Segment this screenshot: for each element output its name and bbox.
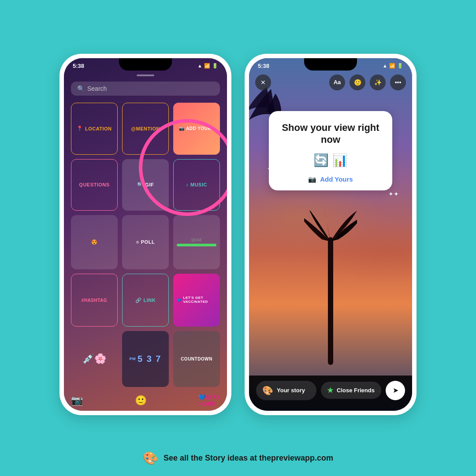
location-icon: 📍 xyxy=(77,126,83,131)
sticker-emoji[interactable]: 😍 xyxy=(71,215,118,269)
search-label: Search xyxy=(87,85,107,92)
footer: 🎨 See all the Story ideas at thepreviewa… xyxy=(143,442,333,476)
status-bar-2: 5:38 ▲ 📶 🔋 xyxy=(249,58,412,71)
wifi-icon-2: ▲ xyxy=(383,63,387,68)
close-friends-button[interactable]: ★ Close Friends xyxy=(321,382,381,399)
card-icon-1: 🔄 xyxy=(313,153,329,167)
battery-icon-2: 🔋 xyxy=(397,63,403,69)
gif-search-icon: 🔍 xyxy=(137,182,144,188)
sticker-music[interactable]: ♪ MUSIC xyxy=(173,159,220,211)
story-tools: Aa 🙂 ✨ ••• xyxy=(329,74,406,90)
your-story-label: Your story xyxy=(277,387,305,394)
heart-icon: 💙 xyxy=(177,298,182,302)
add-yours-camera-icon: 📷 xyxy=(308,175,316,183)
status-icons-2: ▲ 📶 🔋 xyxy=(383,63,403,69)
camera-bottom-icon: 📷 xyxy=(71,395,83,406)
music-label: MUSIC xyxy=(190,182,207,187)
sticker-add-yours[interactable]: 📷 ADD YOURS xyxy=(173,103,220,155)
sticker-countdown-timer[interactable]: PM 5 3 7 xyxy=(122,331,169,387)
sticker-hashtag[interactable]: #HASHTAG xyxy=(71,274,118,327)
sticker-tool-button[interactable]: 🙂 xyxy=(350,74,365,90)
countdown-nums: 5 3 7 xyxy=(138,354,161,364)
battery-icon: 🔋 xyxy=(212,63,218,69)
sticker-vaccine-deco[interactable]: 💉🌸 xyxy=(71,331,118,387)
more-options-button[interactable]: ••• xyxy=(390,74,406,90)
story-topbar: ✕ Aa 🙂 ✨ ••• xyxy=(249,71,412,94)
your-story-icon: 🎨 xyxy=(262,385,273,396)
add-yours-card-button[interactable]: 📷 Add Yours xyxy=(278,175,383,183)
status-icons-1: ▲ 📶 🔋 xyxy=(197,63,218,69)
sparkle-right: ✦✦ xyxy=(388,190,399,197)
phone-2: 5:38 ▲ 📶 🔋 ✕ Aa 🙂 ✨ xyxy=(245,54,416,415)
palm-tree-svg xyxy=(304,211,357,365)
sticker-mention[interactable]: @MENTION xyxy=(122,103,169,155)
effects-tool-button[interactable]: ✨ xyxy=(370,74,386,90)
sticker-link[interactable]: 🔗 LINK xyxy=(122,274,169,327)
story-bottom-bar: 🎨 Your story ★ Close Friends ➤ xyxy=(249,376,412,411)
card-icons: 🔄 📊 xyxy=(278,153,383,167)
card-title: Show your view right now xyxy=(278,122,383,146)
text-tool-button[interactable]: Aa xyxy=(329,74,345,90)
phone2-content: 5:38 ▲ 📶 🔋 ✕ Aa 🙂 ✨ xyxy=(249,58,412,411)
camera-icon: 📷 xyxy=(179,126,185,131)
time-1: 5:38 xyxy=(73,63,84,69)
mention-label: @MENTION xyxy=(131,126,160,131)
pm-label: PM xyxy=(130,357,136,361)
music-icon: ♪ xyxy=(186,182,189,187)
footer-logo: 🎨 xyxy=(143,451,158,465)
your-story-button[interactable]: 🎨 Your story xyxy=(256,381,316,400)
quiz-inner: QUIZ xyxy=(177,238,216,246)
close-friends-icon: ★ xyxy=(327,386,333,394)
sticker-bottom-icon: 🙂 xyxy=(135,395,147,406)
close-friends-label: Close Friends xyxy=(337,387,375,394)
link-icon: 🔗 xyxy=(135,298,142,303)
sticker-location[interactable]: 📍 LOCATION xyxy=(71,103,118,155)
phones-row: 5:38 ▲ 📶 🔋 🔍 Search xyxy=(60,26,416,442)
send-button[interactable]: ➤ xyxy=(386,381,405,400)
phone1-screen: 5:38 ▲ 📶 🔋 🔍 Search xyxy=(64,58,227,411)
stay-home-sticker: 💙STAYHOME xyxy=(198,394,220,407)
questions-label: QUESTIONS xyxy=(79,182,109,187)
hashtag-label: #HASHTAG xyxy=(82,298,107,303)
add-yours-label: ADD YOURS xyxy=(186,126,214,131)
vaccine-emoji: 💉🌸 xyxy=(82,354,107,364)
emoji-icon: 😍 xyxy=(91,239,98,245)
signal-icon: 📶 xyxy=(204,63,210,69)
phone2-screen: 5:38 ▲ 📶 🔋 ✕ Aa 🙂 ✨ xyxy=(249,58,412,411)
time-2: 5:38 xyxy=(258,63,269,69)
sticker-questions[interactable]: QUESTIONS xyxy=(71,159,118,211)
svg-rect-0 xyxy=(328,237,333,365)
close-button[interactable]: ✕ xyxy=(255,74,271,90)
sticker-vaccinated[interactable]: 💙 LET'S GET VACCINATED xyxy=(173,274,220,327)
poll-label: POLL xyxy=(141,239,155,245)
main-content: 5:38 ▲ 📶 🔋 🔍 Search xyxy=(0,0,476,476)
gif-label: GIF xyxy=(145,182,154,187)
drag-handle xyxy=(137,74,154,76)
notch-1 xyxy=(119,58,172,71)
search-bar[interactable]: 🔍 Search xyxy=(71,82,220,96)
palm-container xyxy=(304,211,357,367)
sticker-gif[interactable]: 🔍 GIF xyxy=(122,159,169,211)
vaccinated-label: LET'S GET VACCINATED xyxy=(183,296,217,304)
countdown-label: COUNTDOWN xyxy=(181,357,212,361)
sticker-countdown[interactable]: COUNTDOWN xyxy=(173,331,220,387)
poll-icon: ≡ xyxy=(136,239,139,245)
signal-icon-2: 📶 xyxy=(389,63,395,69)
add-yours-card: Show your view right now 🔄 📊 📷 Add Yours xyxy=(269,111,392,190)
footer-text: See all the Story ideas at thepreviewapp… xyxy=(164,454,333,463)
quiz-label: QUIZ xyxy=(191,238,202,242)
location-label: LOCATION xyxy=(85,126,112,131)
add-yours-btn-label: Add Yours xyxy=(320,175,353,183)
send-arrow-icon: ➤ xyxy=(393,386,398,394)
wifi-icon: ▲ xyxy=(197,63,202,68)
phone-1: 5:38 ▲ 📶 🔋 🔍 Search xyxy=(60,54,231,415)
search-icon: 🔍 xyxy=(77,85,85,92)
sticker-quiz[interactable]: QUIZ xyxy=(173,215,220,269)
sticker-poll[interactable]: ≡ POLL xyxy=(122,215,169,269)
stickers-grid: 📍 LOCATION @MENTION 📷 ADD YOURS QUESTION… xyxy=(64,99,227,390)
card-icon-2: 📊 xyxy=(332,153,348,167)
link-label: LINK xyxy=(143,298,156,303)
quiz-bar xyxy=(177,244,216,246)
phone1-bottom: 📷 🙂 💙STAYHOME xyxy=(64,390,227,411)
